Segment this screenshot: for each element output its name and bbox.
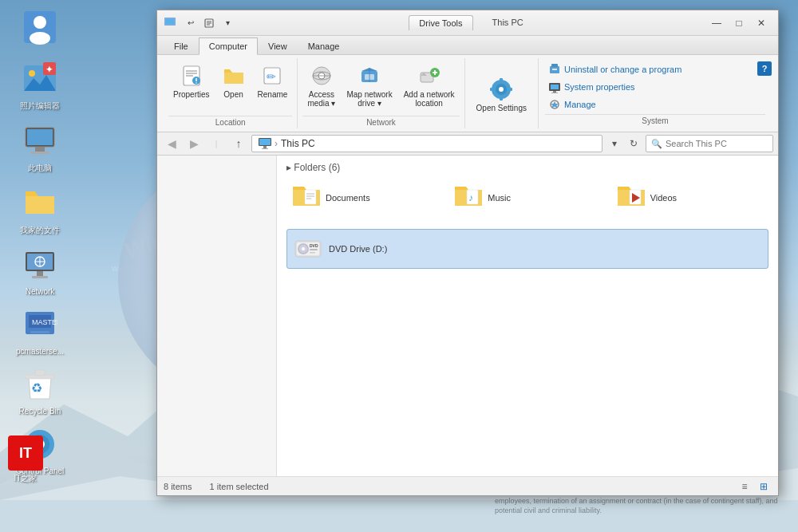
desktop-icon-pc[interactable]: 此电脑	[8, 121, 72, 174]
svg-rect-73	[500, 78, 503, 81]
svg-text:DVD: DVD	[310, 243, 318, 248]
address-bar: ◀ ▶ | ↑ › This PC ▾ ↻	[157, 132, 778, 156]
svg-point-72	[499, 87, 504, 92]
svg-rect-103	[310, 249, 318, 250]
desktop-icon-network-label: Network	[26, 287, 55, 296]
path-arrow: ›	[275, 138, 278, 149]
desktop-icon-folder-label: 我家的文件	[20, 225, 60, 236]
ribbon-tab-computer[interactable]: Computer	[199, 37, 258, 55]
svg-rect-76	[509, 88, 512, 91]
status-separator	[198, 482, 203, 491]
minimize-btn[interactable]: —	[706, 15, 727, 31]
ribbon-btn-rename[interactable]: ✏ Rename	[253, 60, 293, 102]
nav-up-btn[interactable]: ↑	[229, 135, 248, 152]
status-bar: 8 items 1 item selected ≡ ⊞	[157, 476, 778, 495]
svg-rect-82	[553, 91, 556, 93]
search-input[interactable]	[666, 139, 768, 148]
svg-point-10	[30, 32, 50, 45]
system-properties-icon	[548, 81, 561, 93]
access-media-icon	[309, 63, 334, 89]
ribbon: File Computer View Manage ?	[157, 36, 778, 132]
ribbon-content: Properties Open	[157, 55, 778, 132]
ribbon-tab-view[interactable]: View	[258, 37, 298, 54]
ribbon-btn-open-settings[interactable]: Open Settings	[472, 73, 531, 115]
tab-drive-tools[interactable]: Drive Tools	[409, 15, 472, 30]
svg-point-101	[302, 247, 305, 250]
system-row-manage[interactable]: Manage	[545, 97, 765, 112]
svg-rect-45	[166, 19, 174, 24]
view-details-btn[interactable]: ≡	[737, 479, 753, 494]
svg-rect-86	[259, 139, 271, 145]
svg-point-13	[29, 70, 35, 77]
ribbon-btn-open[interactable]: Open	[216, 60, 251, 102]
nav-pane	[157, 156, 277, 476]
rename-icon: ✏	[259, 63, 285, 89]
help-btn[interactable]: ?	[757, 61, 772, 76]
svg-rect-18	[35, 147, 45, 152]
title-bar: ↩ ▾ Drive Tools This PC	[157, 10, 778, 36]
svg-rect-78	[551, 64, 558, 67]
devices-section: DVD DVD Drive (D:)	[286, 229, 768, 269]
close-btn[interactable]: ✕	[751, 15, 772, 31]
open-settings-label: Open Settings	[476, 104, 527, 112]
svg-point-9	[34, 16, 46, 29]
bottom-watermark-text: employees, termination of an assignment …	[495, 496, 782, 516]
desktop-icon-photos[interactable]: ✦ 照片编辑器	[8, 59, 72, 112]
qat-dropdown-btn[interactable]: ▾	[219, 15, 235, 31]
videos-folder-icon	[617, 183, 646, 212]
folder-item-videos[interactable]: Videos	[611, 179, 768, 216]
open-settings-icon	[487, 75, 516, 104]
svg-rect-26	[32, 276, 48, 278]
search-icon: 🔍	[651, 139, 662, 149]
nav-separator: |	[207, 135, 226, 152]
folders-header: ▸ Folders (6)	[286, 162, 768, 173]
desktop-icon-user[interactable]	[8, 8, 72, 49]
open-icon	[221, 63, 247, 89]
ribbon-tab-file[interactable]: File	[164, 37, 199, 54]
nav-back-btn[interactable]: ◀	[162, 135, 181, 152]
svg-rect-74	[500, 97, 503, 100]
search-box[interactable]: 🔍	[646, 135, 773, 152]
view-large-icons-btn[interactable]: ⊞	[756, 479, 772, 494]
device-dvd-name: DVD Drive (D:)	[329, 244, 761, 254]
svg-rect-89	[305, 190, 316, 204]
address-dropdown-btn[interactable]: ▾	[606, 135, 623, 152]
qat-back-btn[interactable]: ↩	[183, 15, 199, 31]
desktop-icon-network[interactable]: Network	[8, 246, 72, 296]
ribbon-btn-properties-label: Properties	[173, 90, 210, 99]
desktop-icon-folder[interactable]: 我家的文件	[8, 183, 72, 236]
nav-forward-btn[interactable]: ▶	[184, 135, 203, 152]
it-home-icon[interactable]: IT IT之家	[8, 435, 43, 484]
it-badge: IT	[8, 435, 43, 471]
folder-item-music[interactable]: ♪ Music	[448, 179, 606, 216]
device-item-dvd[interactable]: DVD DVD Drive (D:)	[286, 229, 768, 269]
svg-text:MASTER: MASTER	[32, 318, 57, 326]
system-row-properties[interactable]: System properties	[545, 79, 765, 95]
svg-rect-19	[30, 152, 49, 154]
address-refresh-btn[interactable]: ↻	[625, 135, 642, 152]
ribbon-btn-properties[interactable]: Properties	[168, 60, 215, 102]
tab-this-pc: This PC	[483, 15, 533, 30]
folder-item-documents[interactable]: Documents	[286, 179, 444, 216]
maximize-btn[interactable]: □	[729, 15, 749, 31]
ribbon-btn-rename-label: Rename	[258, 90, 288, 99]
ribbon-btn-add-network[interactable]: Add a networklocation	[399, 60, 460, 111]
desktop: Oat Win10之家 win10.ithome.com	[0, 0, 798, 532]
address-path[interactable]: › This PC	[251, 135, 602, 152]
desktop-icon-pcmaster[interactable]: MASTER pcmasterse...	[8, 305, 72, 356]
desktop-icon-area: ✦ 照片编辑器 此电脑	[0, 0, 96, 493]
music-folder-icon: ♪	[454, 183, 483, 212]
ribbon-tab-manage[interactable]: Manage	[298, 37, 350, 54]
network-group-label: Network	[302, 116, 459, 127]
svg-rect-75	[490, 88, 493, 91]
system-rows: Uninstall or change a program	[545, 61, 765, 112]
ribbon-btn-access-media[interactable]: Accessmedia ▾	[302, 60, 340, 111]
title-bar-left: ↩ ▾	[164, 15, 235, 31]
ribbon-btn-open-label: Open	[223, 90, 243, 99]
ribbon-btn-map-drive[interactable]: Map networkdrive ▾	[342, 60, 397, 111]
system-row-uninstall[interactable]: Uninstall or change a program	[545, 61, 765, 77]
folder-documents-label: Documents	[326, 193, 370, 203]
desktop-icon-recycle-small[interactable]: ♻ Recycle Bin	[8, 365, 72, 416]
qat-properties-btn[interactable]	[201, 15, 217, 31]
folders-grid: Documents ♪	[286, 179, 768, 216]
